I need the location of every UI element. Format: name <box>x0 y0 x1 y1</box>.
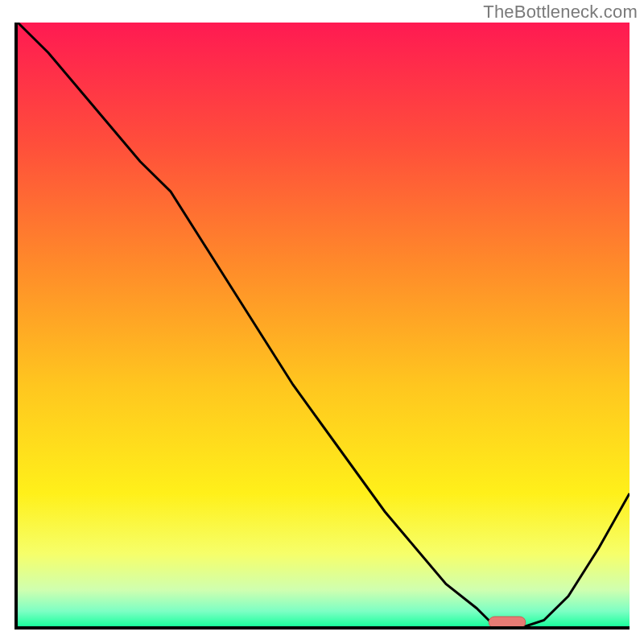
optimal-marker <box>489 617 526 626</box>
watermark-text: TheBottleneck.com <box>483 2 638 23</box>
chart-container: TheBottleneck.com <box>0 0 644 644</box>
gradient-background <box>18 23 630 626</box>
bottleneck-chart <box>18 23 630 626</box>
